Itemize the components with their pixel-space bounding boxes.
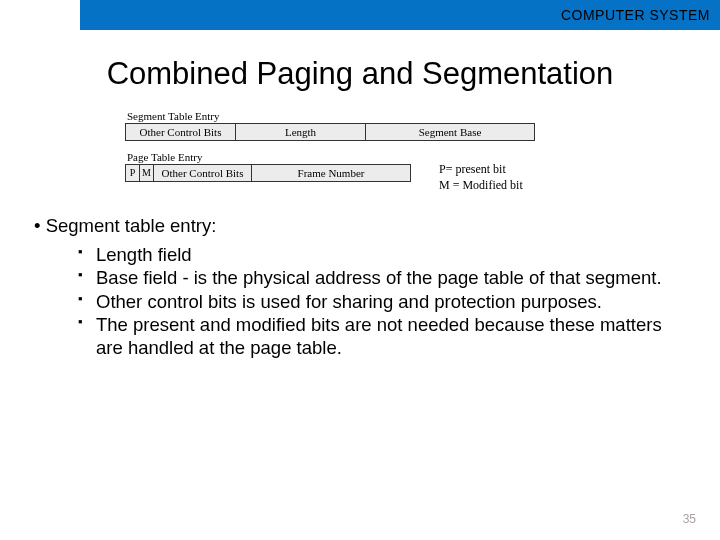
pt-other-control-bits: Other Control Bits bbox=[153, 164, 251, 182]
bullet-l1-text: Segment table entry: bbox=[46, 215, 217, 236]
body-text: Segment table entry: Length field Base f… bbox=[0, 193, 720, 365]
pt-present-bit: P bbox=[125, 164, 139, 182]
header: CSNB153 COMPUTER SYSTEM bbox=[0, 0, 720, 30]
bullet-l2-item: Other control bits is used for sharing a… bbox=[78, 291, 686, 314]
page-table-entry: P M Other Control Bits Frame Number bbox=[125, 164, 411, 182]
bullet-l2-item: The present and modified bits are not ne… bbox=[78, 314, 686, 359]
slide-title: Combined Paging and Segmentation bbox=[0, 56, 720, 92]
bullet-l1: Segment table entry: Length field Base f… bbox=[34, 215, 686, 359]
legend: P= present bit M = Modified bit bbox=[439, 162, 523, 193]
bullet-l2-item: Length field bbox=[78, 244, 686, 267]
bullet-list: Segment table entry: Length field Base f… bbox=[34, 215, 686, 359]
diagram: Segment Table Entry Other Control Bits L… bbox=[125, 110, 595, 193]
bullet-l2-item: Base field - is the physical address of … bbox=[78, 267, 686, 290]
legend-modified: M = Modified bit bbox=[439, 178, 523, 194]
header-left-bg bbox=[0, 0, 75, 30]
legend-present: P= present bit bbox=[439, 162, 523, 178]
seg-length: Length bbox=[235, 123, 365, 141]
page-number: 35 bbox=[683, 512, 696, 526]
slide: CSNB153 COMPUTER SYSTEM Combined Paging … bbox=[0, 0, 720, 540]
seg-base: Segment Base bbox=[365, 123, 535, 141]
page-table-label: Page Table Entry bbox=[127, 151, 595, 163]
page-table-row-wrap: P M Other Control Bits Frame Number P= p… bbox=[125, 164, 595, 193]
pt-frame-number: Frame Number bbox=[251, 164, 411, 182]
course-title: COMPUTER SYSTEM bbox=[561, 7, 710, 23]
segment-table-label: Segment Table Entry bbox=[127, 110, 595, 122]
header-bar: CSNB153 COMPUTER SYSTEM bbox=[0, 0, 720, 30]
pt-modified-bit: M bbox=[139, 164, 153, 182]
segment-table-entry: Other Control Bits Length Segment Base bbox=[125, 123, 595, 141]
bullet-sublist: Length field Base field - is the physica… bbox=[34, 244, 686, 360]
seg-other-control-bits: Other Control Bits bbox=[125, 123, 235, 141]
